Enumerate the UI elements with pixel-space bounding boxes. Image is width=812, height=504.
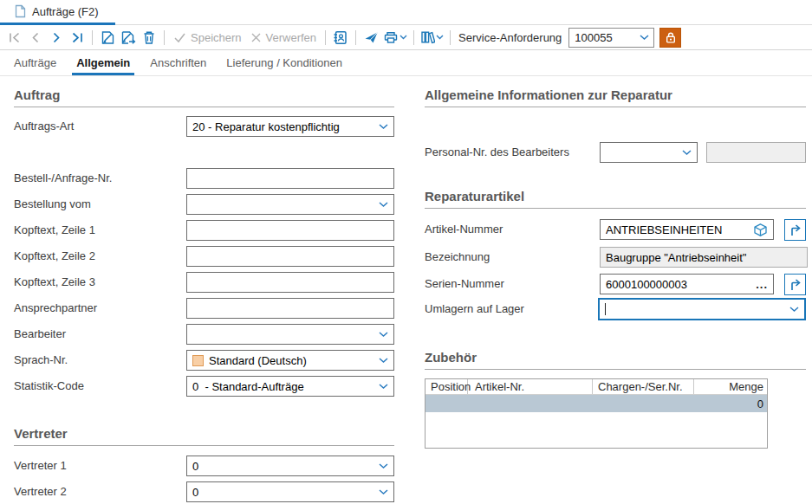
ansprechpartner-input[interactable] [186, 298, 394, 319]
field-row-bestellung-vom: Bestellung vom [14, 194, 394, 215]
column-header-chargen-ser-nr[interactable]: Chargen-/Ser.Nr. [593, 379, 694, 394]
toolbar-separator [325, 30, 326, 45]
ansprechpartner-label: Ansprechpartner [14, 298, 97, 319]
lock-button[interactable] [659, 28, 681, 48]
umlagern-auf-lager-combobox[interactable] [598, 298, 806, 320]
bezeichnung-label: Bezeichnung [425, 247, 490, 268]
address-book-button[interactable] [330, 26, 351, 48]
table-row-selected[interactable]: 0 [425, 395, 767, 412]
service-anforderung-combobox[interactable]: 100055 [568, 28, 654, 48]
save-label: Speichern [191, 31, 242, 44]
app-window: Aufträge (F2) Speichern [0, 0, 812, 504]
column-header-position[interactable]: Position [425, 379, 468, 394]
jump-arrow-icon [788, 277, 802, 292]
artikel-nummer-jump-button[interactable] [784, 219, 806, 241]
artikel-nummer-input[interactable]: ANTRIEBSEINHEITEN [600, 219, 774, 240]
next-record-button[interactable] [46, 26, 67, 48]
bearbeiter-combobox[interactable] [186, 324, 394, 345]
field-row-kopftext-zeile-2: Kopftext, Zeile 2 [14, 246, 394, 267]
reports-button[interactable] [419, 26, 445, 48]
field-row-artikel-nummer: Artikel-Nummer ANTRIEBSEINHEITEN [425, 219, 806, 240]
kopftext-zeile-1-label: Kopftext, Zeile 1 [14, 220, 95, 241]
previous-record-button[interactable] [25, 26, 46, 48]
section-header-reparatur-info: Allgemeine Informationen zur Reparatur [425, 87, 806, 107]
new-record-and-jump-button[interactable] [118, 26, 139, 48]
tab-lieferung-konditionen[interactable]: Lieferung / Konditionen [217, 50, 352, 75]
new-record-button[interactable] [97, 26, 118, 48]
personal-nr-combobox[interactable] [600, 142, 698, 163]
statistik-code-label: Statistik-Code [14, 376, 84, 397]
cell-menge: 0 [694, 395, 767, 412]
kopftext-zeile-1-input[interactable] [186, 220, 394, 241]
kopftext-zeile-2-input[interactable] [186, 246, 394, 267]
lock-icon [665, 31, 677, 44]
field-row-kopftext-zeile-3: Kopftext, Zeile 3 [14, 272, 394, 293]
save-button[interactable]: Speichern [169, 26, 246, 48]
field-row-bezeichnung: Bezeichnung Baugruppe "Antriebseinheit" [425, 247, 806, 268]
column-header-artikel-nr[interactable]: Artikel-Nr. [468, 379, 593, 394]
tab-auftraege[interactable]: Aufträge [4, 50, 66, 75]
bestell-anfrage-nr-input[interactable] [186, 168, 394, 189]
serien-nummer-browse-button[interactable]: ... [756, 278, 768, 291]
last-record-icon [70, 31, 84, 44]
artikel-nummer-value: ANTRIEBSEINHEITEN [606, 223, 753, 236]
vertreter-2-combobox[interactable]: 0 [186, 481, 394, 502]
window-tab-strip: Aufträge (F2) [0, 0, 812, 25]
field-row-vertreter-2: Vertreter 2 0 [14, 481, 394, 502]
next-record-icon [50, 31, 62, 44]
chevron-down-icon [379, 463, 388, 469]
field-row-auftrags-art: Auftrags-Art 20 - Reparatur kostenpflich… [14, 116, 394, 137]
print-button[interactable] [381, 26, 409, 48]
send-button[interactable] [361, 26, 381, 48]
toolbar-separator [92, 30, 93, 45]
field-row-bestell-anfrage-nr: Bestell-/Anfrage-Nr. [14, 168, 394, 189]
printer-icon [383, 31, 399, 44]
statistik-code-combobox[interactable]: 0 - Standard-Aufträge [186, 376, 394, 397]
check-icon [173, 32, 186, 43]
kopftext-zeile-3-label: Kopftext, Zeile 3 [14, 272, 95, 293]
umlagern-auf-lager-label: Umlagern auf Lager [425, 298, 524, 320]
send-icon [364, 31, 379, 44]
field-row-ansprechpartner: Ansprechpartner [14, 298, 394, 319]
vertreter-1-combobox[interactable]: 0 [186, 456, 394, 476]
chevron-down-icon [436, 35, 444, 40]
bestellung-vom-combobox[interactable] [186, 194, 394, 215]
kopftext-zeile-2-label: Kopftext, Zeile 2 [14, 246, 95, 267]
bezeichnung-value: Baugruppe "Antriebseinheit" [606, 251, 802, 264]
page-tab-bar: Aufträge Allgemein Anschriften Lieferung… [0, 50, 812, 76]
zubehoer-table-header: Position Artikel-Nr. Chargen-/Ser.Nr. Me… [425, 379, 767, 395]
field-row-sprach-nr: Sprach-Nr. Standard (Deutsch) [14, 350, 394, 371]
chevron-down-icon [789, 307, 799, 313]
field-row-kopftext-zeile-1: Kopftext, Zeile 1 [14, 220, 394, 241]
section-header-reparaturartikel: Reparaturartikel [425, 189, 806, 209]
auftrags-art-combobox[interactable]: 20 - Reparatur kostenpflichtig [186, 116, 394, 137]
column-header-menge[interactable]: Menge [694, 379, 767, 394]
serien-nummer-jump-button[interactable] [784, 274, 806, 295]
field-row-bearbeiter: Bearbeiter [14, 324, 394, 345]
statistik-code-value: 0 - Standard-Aufträge [192, 380, 375, 393]
window-tab-auftraege[interactable]: Aufträge (F2) [0, 0, 115, 23]
new-record-icon [101, 30, 115, 45]
delete-record-button[interactable] [139, 26, 159, 48]
service-anforderung-value: 100055 [575, 31, 612, 44]
discard-label: Verwerfen [266, 31, 317, 44]
last-record-button[interactable] [67, 26, 88, 48]
tab-anschriften[interactable]: Anschriften [140, 50, 216, 75]
sprach-nr-combobox[interactable]: Standard (Deutsch) [186, 350, 394, 371]
auftrags-art-label: Auftrags-Art [14, 116, 74, 137]
language-color-swatch [192, 355, 204, 366]
address-book-icon [333, 30, 348, 45]
first-record-button[interactable] [4, 26, 25, 48]
vertreter-1-label: Vertreter 1 [14, 456, 67, 476]
chevron-down-icon [682, 150, 692, 156]
tab-allgemein[interactable]: Allgemein [67, 50, 140, 75]
article-cube-icon[interactable] [753, 223, 768, 237]
zubehoer-table: Position Artikel-Nr. Chargen-/Ser.Nr. Me… [425, 378, 768, 449]
field-row-serien-nummer: Serien-Nummer 6000100000003 ... [425, 274, 806, 294]
discard-button[interactable]: Verwerfen [246, 26, 322, 48]
kopftext-zeile-3-input[interactable] [186, 272, 394, 293]
vertreter-2-label: Vertreter 2 [14, 481, 67, 502]
serien-nummer-input[interactable]: 6000100000003 ... [600, 274, 774, 294]
bestell-anfrage-nr-label: Bestell-/Anfrage-Nr. [14, 168, 112, 189]
bestellung-vom-label: Bestellung vom [14, 194, 91, 215]
